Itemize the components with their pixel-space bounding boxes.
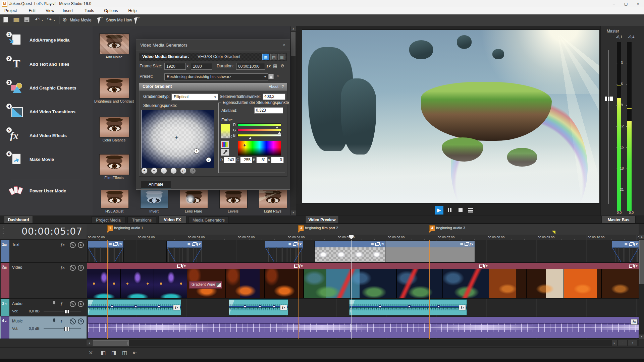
clip-fx-icon[interactable]: ƒx [634, 241, 638, 247]
menu-project[interactable]: Project [1, 7, 20, 14]
view-grid-icon[interactable]: ▦ [262, 54, 269, 60]
g-slider[interactable] [237, 129, 281, 131]
video-clip[interactable]: ƒx [87, 263, 187, 298]
pause-button[interactable] [445, 206, 454, 215]
trim-start-icon[interactable]: ◧ [101, 350, 106, 356]
scroll-left-icon[interactable]: ◂ [87, 340, 92, 346]
fx-thumb-brightness-and-contrast[interactable] [99, 78, 129, 99]
marker-bar[interactable]: 1beginning audio 13beginning film part 2… [87, 224, 639, 235]
tab-media-generators[interactable]: Media Generators [189, 217, 229, 224]
video-clip[interactable]: ƒxGradient Wipe [187, 263, 305, 298]
eyedropper-icon[interactable] [221, 149, 229, 156]
clip-fx-icon[interactable]: ƒx [173, 305, 180, 310]
menu-view[interactable]: View [43, 7, 57, 14]
frame-width-input[interactable]: 1920 [164, 63, 186, 70]
zoom-out-icon[interactable]: − [618, 340, 627, 346]
preset-dropdown[interactable]: Rechteckig durchsichtig bis schwarz ▼ [164, 73, 268, 80]
crop-icon[interactable] [294, 264, 298, 268]
track-header-music[interactable]: 4◄MusicƒSVol:0,0 dB [0, 316, 87, 339]
audio-clip[interactable]: ƒx [229, 299, 288, 315]
master-fader-handle[interactable] [605, 96, 613, 101]
scrollbar-thumb[interactable] [291, 32, 296, 56]
frame-height-input[interactable]: 1080 [191, 63, 212, 70]
help-link[interactable]: ? [282, 84, 284, 88]
b-value-input[interactable]: 81 [256, 157, 268, 163]
volume-slider-handle[interactable] [64, 309, 69, 314]
tab-dashboard[interactable]: Dashboard [4, 216, 33, 224]
duration-input[interactable]: 00:00:10:00 [236, 63, 265, 70]
text-clip[interactable]: ▦ƒx [385, 241, 475, 262]
scroll-up-icon[interactable]: ▲ [291, 26, 296, 31]
a-value-input[interactable]: 0 [271, 157, 284, 163]
aspect-angle-input[interactable]: 403,2 [263, 94, 285, 100]
crop-icon[interactable] [375, 243, 379, 246]
fx-thumb-lens-flare[interactable] [180, 190, 208, 208]
envelope-node[interactable] [158, 305, 160, 308]
scrollbar-thumb[interactable] [639, 240, 644, 284]
track-arm-record-icon[interactable] [53, 301, 55, 304]
settings-gear-icon[interactable]: ⚙ [280, 63, 284, 68]
delete-icon[interactable]: ✕ [89, 350, 93, 356]
split-icon[interactable]: ◫ [122, 350, 127, 356]
volume-envelope[interactable] [88, 323, 639, 324]
add-point-button[interactable]: + [141, 168, 148, 174]
save-preset-icon[interactable] [268, 74, 274, 80]
control-point-2[interactable]: 2 [206, 157, 211, 163]
g-value-input[interactable]: 255 [240, 157, 252, 163]
scrollbar-thumb[interactable] [93, 340, 129, 346]
track-header-text[interactable]: 1▤TextƒxS [0, 240, 87, 263]
track-solo-icon[interactable]: S [78, 301, 84, 307]
crop-icon[interactable] [113, 243, 117, 246]
menu-edit[interactable]: Edit [25, 7, 39, 14]
gradient-center-crosshair[interactable]: + [174, 134, 178, 141]
zoom-in-icon[interactable]: + [628, 340, 637, 346]
tab-video-fx[interactable]: Video FX [158, 216, 186, 224]
clip-fx-icon[interactable]: ƒx [197, 241, 201, 247]
sidebar-item-add-video-transitions[interactable]: 4Add Video Transitions [0, 105, 93, 123]
sidebar-item-power-user-mode[interactable]: Power User Mode [0, 184, 93, 202]
menu-insert[interactable]: Insert [60, 7, 76, 14]
envelope-node[interactable] [273, 305, 275, 308]
envelope-node[interactable] [379, 305, 381, 308]
scroll-down-icon[interactable]: ▼ [291, 210, 296, 215]
track-mute-icon[interactable] [70, 242, 76, 248]
menu-tools[interactable]: Tools [82, 7, 97, 14]
clip-fx-icon[interactable]: ƒx [118, 241, 122, 247]
hsv-color-field[interactable]: + [237, 140, 281, 156]
r-value-input[interactable]: 243 [224, 157, 236, 163]
gradient-preview[interactable]: + 1 2 [141, 110, 214, 168]
crop-icon[interactable] [629, 264, 632, 268]
track-solo-icon[interactable]: S [78, 265, 84, 271]
sidebar-item-make-movie[interactable]: 6➜Make Movie [0, 152, 93, 171]
play-button[interactable]: ▶ [435, 206, 443, 215]
horizontal-scrollbar[interactable]: ◂ ▸ − + [87, 340, 639, 346]
sidebar-item-add-arrange-media[interactable]: 1➜Add/Arrange Media [0, 33, 93, 52]
filmstrip-icon[interactable]: ▦ [273, 63, 277, 68]
text-clip[interactable]: ▦ƒx [88, 241, 124, 262]
clip-fx-icon[interactable]: ƒx [280, 305, 287, 310]
fx-thumb-light-rays[interactable] [259, 190, 287, 208]
make-movie-icon[interactable]: ⊛ [62, 16, 67, 23]
move-right-button[interactable]: → [170, 168, 177, 174]
hsv-cursor-icon[interactable]: + [243, 142, 246, 148]
crop-icon[interactable] [192, 243, 195, 246]
trim-end-icon[interactable]: ◨ [111, 350, 116, 356]
clip-fx-icon[interactable]: ƒx [380, 241, 384, 247]
make-movie-button[interactable]: Make Movie [70, 18, 92, 22]
track-header-audio[interactable]: 3◄AudioƒSVol:0,0 dB [0, 299, 87, 316]
track-mute-icon[interactable] [70, 301, 76, 307]
undo-icon[interactable]: ↶ [35, 16, 40, 23]
track-fx-icon[interactable]: ƒx [60, 265, 65, 270]
open-project-icon[interactable] [13, 17, 19, 22]
crop-icon[interactable] [479, 264, 482, 268]
audio-clip[interactable]: ƒx [349, 299, 467, 315]
envelope-node[interactable] [437, 305, 440, 308]
text-clip[interactable]: ▦ƒx [612, 241, 639, 262]
track-solo-icon[interactable]: S [78, 318, 84, 324]
text-clip[interactable]: ▦ƒx [314, 241, 386, 262]
clip-fx-icon[interactable]: ƒx [469, 241, 473, 247]
tab-master-bus[interactable]: Master Bus [601, 216, 636, 224]
tab-video-preview[interactable]: Video Preview [305, 216, 339, 224]
text-clip[interactable]: ▦ƒx [265, 241, 303, 262]
loop-end-marker-icon[interactable] [552, 231, 555, 234]
